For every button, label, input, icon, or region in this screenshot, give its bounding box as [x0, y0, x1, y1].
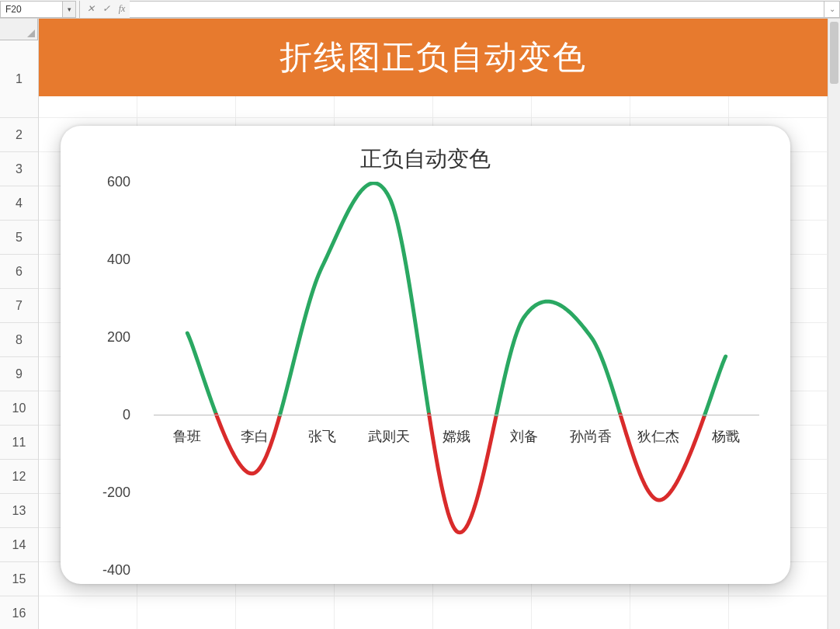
cell[interactable] — [39, 596, 137, 629]
name-box[interactable]: F20 — [0, 1, 62, 18]
cell[interactable] — [532, 596, 630, 629]
row-header-11[interactable]: 11 — [0, 426, 38, 460]
row-header-16[interactable]: 16 — [0, 596, 38, 629]
row-header-13[interactable]: 13 — [0, 494, 38, 528]
row-header-15[interactable]: 15 — [0, 562, 38, 596]
name-box-dropdown[interactable]: ▾ — [62, 1, 76, 18]
divider — [79, 1, 80, 18]
x-label: 武则天 — [368, 427, 410, 446]
chart-line — [154, 182, 759, 570]
row — [39, 596, 828, 629]
cell[interactable] — [236, 596, 335, 629]
zero-axis-line — [154, 415, 759, 415]
select-all-corner[interactable] — [0, 19, 38, 40]
row-header-3[interactable]: 3 — [0, 152, 38, 186]
cell[interactable] — [630, 596, 729, 629]
x-label: 李白 — [241, 427, 269, 446]
y-tick: 400 — [84, 252, 130, 268]
row-header-10[interactable]: 10 — [0, 391, 38, 426]
cell[interactable] — [137, 596, 236, 629]
y-tick: -400 — [84, 562, 130, 579]
chart-title: 正负自动变色 — [84, 144, 767, 174]
formula-expand-icon[interactable]: ⌄ — [824, 1, 840, 18]
line-positive-segment — [496, 301, 620, 415]
row-header-1[interactable]: 1 — [0, 40, 38, 118]
row-header-9[interactable]: 9 — [0, 357, 38, 391]
row-header-5[interactable]: 5 — [0, 221, 38, 255]
vertical-scrollbar[interactable] — [828, 19, 840, 629]
y-tick: 200 — [84, 329, 130, 346]
confirm-icon[interactable]: ✓ — [99, 1, 114, 18]
name-box-value: F20 — [5, 4, 22, 15]
cell[interactable] — [729, 596, 828, 629]
row-header-7[interactable]: 7 — [0, 289, 38, 323]
x-label: 孙尚香 — [570, 427, 612, 446]
x-label: 鲁班 — [173, 427, 201, 446]
x-label: 张飞 — [308, 427, 336, 446]
chart-object[interactable]: 正负自动变色 -400-2000200400600鲁班李白张飞武则天嫦娥刘备孙尚… — [61, 126, 790, 584]
row-header-2[interactable]: 2 — [0, 118, 38, 152]
y-tick: 600 — [84, 174, 130, 190]
cancel-icon[interactable]: ✕ — [83, 1, 99, 18]
x-label: 嫦娥 — [443, 427, 470, 446]
scrollbar-thumb[interactable] — [830, 22, 838, 84]
y-tick: -200 — [84, 485, 130, 501]
sheet: 1234567891011121314151617 ABCDEFGH 折线图正负… — [0, 19, 840, 629]
row-header-14[interactable]: 14 — [0, 528, 38, 562]
row-headers: 1234567891011121314151617 — [0, 19, 39, 629]
formula-input[interactable] — [130, 1, 824, 18]
grid[interactable]: ABCDEFGH 折线图正负自动变色 正负自动变色 -400-200020040… — [39, 19, 828, 629]
y-tick: 0 — [84, 407, 130, 423]
formula-bar: F20 ▾ ✕ ✓ fx ⌄ — [0, 0, 840, 19]
chart-plot-area: -400-2000200400600鲁班李白张飞武则天嫦娥刘备孙尚香狄仁杰杨戬 — [84, 182, 767, 570]
row-header-12[interactable]: 12 — [0, 460, 38, 494]
cell[interactable] — [335, 596, 433, 629]
title-text: 折线图正负自动变色 — [279, 36, 587, 79]
x-label: 狄仁杰 — [637, 427, 679, 446]
row-header-8[interactable]: 8 — [0, 323, 38, 357]
row-header-6[interactable]: 6 — [0, 255, 38, 289]
row-header-4[interactable]: 4 — [0, 186, 38, 221]
line-positive-segment — [280, 183, 429, 415]
cell[interactable] — [433, 596, 532, 629]
line-positive-segment — [187, 333, 216, 415]
line-positive-segment — [705, 356, 726, 415]
fx-icon[interactable]: fx — [114, 1, 130, 18]
title-cell[interactable]: 折线图正负自动变色 — [39, 19, 828, 96]
x-label: 刘备 — [510, 427, 538, 446]
x-label: 杨戬 — [712, 427, 740, 446]
